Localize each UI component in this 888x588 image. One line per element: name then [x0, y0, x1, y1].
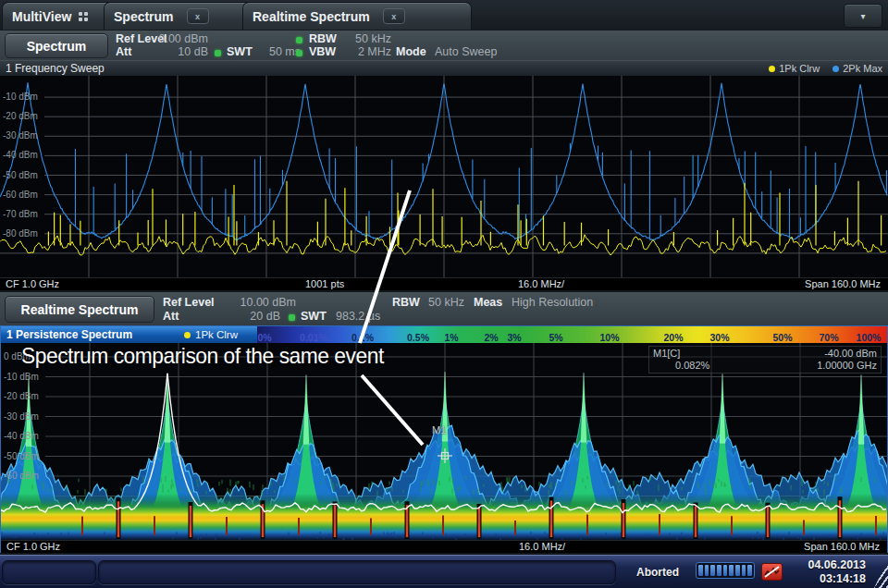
datetime: 04.06.2013 03:14:18 [808, 558, 866, 586]
legend-item[interactable]: 1Pk Clrw [769, 61, 820, 77]
meas-value[interactable]: High Resolution [512, 296, 593, 309]
y-axis-label: -30 dBm [4, 411, 39, 422]
status-segment[interactable] [2, 560, 96, 584]
panel1-legend: 1Pk Clrw2Pk Max [769, 61, 882, 77]
marker-name: M1[C] [653, 348, 680, 360]
vbw-label: VBW [309, 45, 336, 58]
resize-grip[interactable] [868, 556, 888, 588]
panel1-span[interactable]: Span 160.0 MHz [805, 278, 881, 290]
marker-m1-label: M1 [432, 424, 446, 435]
analyzer-screen: MultiView Spectrum x Realtime Spectrum x… [0, 0, 888, 588]
sweep-progress-bar [696, 562, 755, 579]
y-axis-label: -60 dBm [4, 471, 39, 481]
y-axis-label: -30 dBm [3, 130, 38, 141]
panel1-cf[interactable]: CF 1.0 GHz [6, 278, 59, 290]
panel2-title: 1 Persistence Spectrum [1, 328, 132, 341]
panel2-per-div[interactable]: 16.0 MHz/ [519, 541, 565, 553]
rbw-label: RBW [392, 296, 420, 309]
rbw-label: RBW [309, 32, 337, 45]
channel-button-spectrum[interactable]: Spectrum [5, 33, 108, 58]
rbw-value[interactable]: 50 kHz [342, 32, 391, 45]
panel2-cf[interactable]: CF 1.0 GHz [6, 541, 60, 553]
chevron-down-icon[interactable]: ▾ [844, 4, 882, 28]
legend-label: 1Pk Clrw [195, 326, 238, 343]
channel-button-realtime[interactable]: Realtime Spectrum [5, 296, 154, 323]
sweep-status: Aborted [636, 566, 679, 579]
att-label: Att [116, 45, 131, 58]
trace-dot-icon [832, 66, 839, 72]
swt-value[interactable]: 983.2 µs [336, 310, 380, 323]
vbw-value[interactable]: 2 MHz [342, 45, 391, 58]
y-axis-label: -60 dBm [3, 190, 38, 200]
y-axis-label: -40 dBm [3, 150, 38, 160]
vbw-led-icon [296, 50, 302, 56]
legend-label: 1Pk Clrw [779, 61, 820, 77]
swt-label: SWT [301, 310, 327, 323]
att-value[interactable]: 10 dB [153, 45, 208, 58]
frequency-sweep-plot[interactable]: -10 dBm-20 dBm-30 dBm-40 dBm-50 dBm-60 d… [0, 76, 888, 277]
header-realtime: Realtime Spectrum Ref Level 10.00 dBm At… [0, 292, 888, 326]
y-axis-label: -10 dBm [4, 372, 39, 382]
trace-dot-icon [769, 66, 775, 72]
y-axis-label: -80 dBm [3, 228, 38, 239]
legend-label: 2Pk Max [843, 61, 882, 77]
density-color-scale: 0%0.01%0.1%0.5%1%2%3%5%10%20%30%50%70%10… [257, 326, 887, 343]
progress-segment [742, 565, 746, 576]
y-axis-label: -40 dBm [4, 431, 39, 441]
marker-freq: 1.00000 GHz [817, 360, 877, 372]
rbw-value[interactable]: 50 kHz [428, 296, 464, 309]
tab-multiview[interactable]: MultiView [2, 2, 120, 30]
trace-dot-icon [184, 332, 191, 338]
swt-led-icon [289, 314, 295, 321]
y-axis-label: -50 dBm [4, 451, 39, 461]
panel1-title: 1 Frequency Sweep [0, 62, 105, 75]
progress-segment [729, 565, 734, 576]
tab-spectrum[interactable]: Spectrum x [104, 2, 259, 30]
measurement-aborted-icon [761, 563, 783, 581]
progress-segment [698, 565, 703, 576]
ref-level-value[interactable]: 0.00 dBm [153, 32, 208, 45]
tab-realtime-spectrum[interactable]: Realtime Spectrum x [242, 2, 472, 30]
status-bar: Aborted 04.06.2013 03:14:18 [0, 555, 888, 588]
panel1-per-div[interactable]: 16.0 MHz/ [518, 278, 564, 290]
progress-segment [717, 565, 722, 576]
progress-segment [705, 565, 709, 576]
tab-spectrum-label: Spectrum [114, 9, 174, 24]
panel2-span[interactable]: Span 160.0 MHz [804, 541, 880, 553]
panel2-legend: 1Pk Clrw [184, 326, 238, 343]
panel2-axis-bar: CF 1.0 GHz 16.0 MHz/ Span 160.0 MHz [1, 540, 887, 553]
close-icon[interactable]: x [383, 8, 405, 24]
swt-label: SWT [227, 45, 253, 58]
rbw-led-icon [296, 37, 302, 43]
progress-segment [710, 565, 715, 576]
time: 03:14:18 [808, 572, 866, 586]
marker-readout[interactable]: M1[C] -40.00 dBm 0.082% 1.00000 GHz [648, 346, 882, 374]
y-axis-label: -20 dBm [3, 111, 38, 121]
legend-item[interactable]: 2Pk Max [832, 61, 882, 77]
panel1-points[interactable]: 1001 pts [305, 278, 344, 290]
att-label: Att [163, 310, 179, 323]
y-axis-label: -50 dBm [3, 170, 38, 180]
marker-density: 0.082% [675, 360, 709, 372]
persistence-plot[interactable]: 0 dBm-10 dBm-20 dBm-30 dBm-40 dBm-50 dBm… [1, 343, 887, 540]
status-segment[interactable] [98, 560, 616, 584]
multiview-grid-icon [79, 12, 88, 21]
panel1-titlebar: 1 Frequency Sweep 1Pk Clrw2Pk Max [0, 60, 888, 77]
swt-value[interactable]: 50 ms [259, 45, 301, 58]
marker-level: -40.00 dBm [824, 348, 877, 360]
panel1-axis-bar: CF 1.0 GHz 1001 pts 16.0 MHz/ Span 160.0… [0, 277, 888, 290]
progress-segment [723, 565, 728, 576]
y-axis-label: -20 dBm [4, 391, 39, 401]
y-axis-label: -70 dBm [3, 209, 38, 219]
mode-value[interactable]: Auto Sweep [435, 45, 497, 58]
att-value[interactable]: 20 dB [227, 310, 280, 323]
ref-level-label: Ref Level [163, 296, 215, 309]
progress-segment [735, 565, 740, 576]
date: 04.06.2013 [808, 558, 866, 572]
ref-level-value[interactable]: 10.00 dBm [227, 296, 296, 309]
mode-label: Mode [396, 45, 426, 58]
close-icon[interactable]: x [187, 8, 209, 24]
frequency-sweep-traces [0, 76, 888, 277]
swt-led-icon [215, 50, 221, 56]
header-spectrum: Spectrum Ref Level 0.00 dBm Att 10 dB SW… [0, 31, 888, 61]
